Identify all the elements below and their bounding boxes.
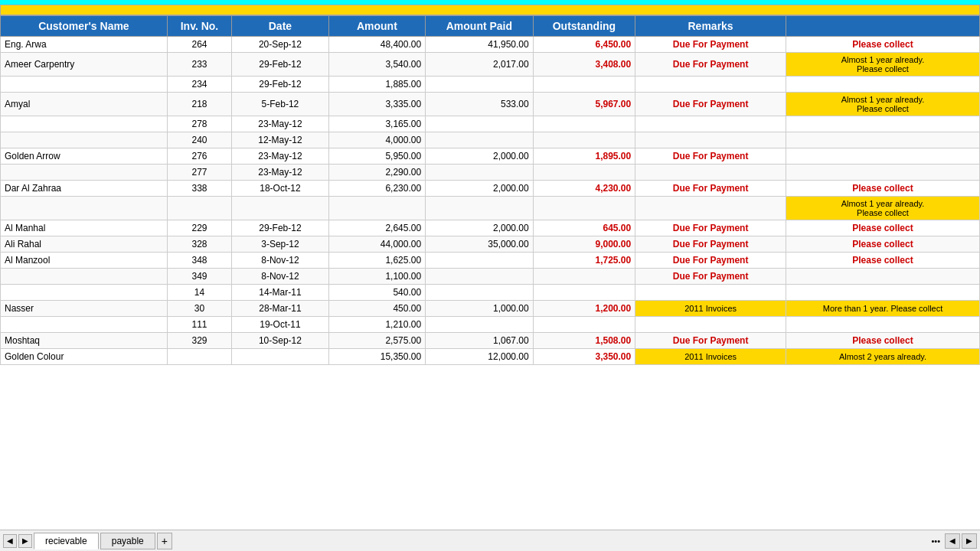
table-cell: 9,000.00 bbox=[533, 236, 635, 253]
table-cell bbox=[426, 165, 534, 181]
table-cell: 6,230.00 bbox=[328, 181, 425, 197]
table-cell: 5-Feb-12 bbox=[232, 93, 328, 116]
table-cell: 1,067.00 bbox=[426, 333, 534, 349]
table-cell: 5,950.00 bbox=[328, 148, 425, 165]
scroll-dots: ••• bbox=[931, 536, 940, 546]
table-cell: 29-Feb-12 bbox=[232, 220, 328, 236]
table-cell: 10-Sep-12 bbox=[232, 333, 328, 349]
table-cell: Please collect bbox=[786, 333, 979, 349]
table-cell bbox=[533, 77, 635, 93]
table-cell bbox=[1, 116, 168, 132]
table-cell: 41,950.00 bbox=[426, 37, 534, 53]
table-cell bbox=[1, 285, 168, 301]
table-cell bbox=[635, 116, 786, 132]
table-cell: 30 bbox=[167, 301, 231, 317]
tab-payable[interactable]: payable bbox=[100, 533, 155, 549]
table-cell: Due For Payment bbox=[635, 53, 786, 77]
table-cell: 218 bbox=[167, 93, 231, 116]
table-cell bbox=[167, 349, 231, 365]
table-cell: 6,450.00 bbox=[533, 37, 635, 53]
table-cell: 48,400.00 bbox=[328, 37, 425, 53]
table-cell: 3-Sep-12 bbox=[232, 236, 328, 253]
table-cell bbox=[533, 285, 635, 301]
table-cell: More than 1 year. Please collect bbox=[786, 301, 979, 317]
table-cell: 2,290.00 bbox=[328, 165, 425, 181]
table-cell: 240 bbox=[167, 132, 231, 148]
table-cell: Moshtaq bbox=[1, 333, 168, 349]
summary-header bbox=[0, 5, 980, 15]
table-cell: Due For Payment bbox=[635, 148, 786, 165]
table-cell: Al Manhal bbox=[1, 220, 168, 236]
table-cell: 2,000.00 bbox=[426, 148, 534, 165]
table-cell: 28-Mar-11 bbox=[232, 301, 328, 317]
table-cell bbox=[232, 197, 328, 220]
table-row: 3498-Nov-121,100.00Due For Payment bbox=[1, 269, 980, 285]
table-cell bbox=[786, 165, 979, 181]
table-container: Customer's Name Inv. No. Date Amount Amo… bbox=[0, 5, 980, 365]
table-row: 11119-Oct-111,210.00 bbox=[1, 317, 980, 333]
scroll-right-btn[interactable]: ▶ bbox=[962, 533, 977, 549]
table-cell bbox=[635, 132, 786, 148]
table-cell: 2,575.00 bbox=[328, 333, 425, 349]
table-cell: 234 bbox=[167, 77, 231, 93]
table-cell: 2,017.00 bbox=[426, 53, 534, 77]
table-cell: 540.00 bbox=[328, 285, 425, 301]
table-cell: Amyal bbox=[1, 93, 168, 116]
table-cell: Please collect bbox=[786, 253, 979, 269]
table-cell bbox=[1, 197, 168, 220]
table-cell bbox=[426, 253, 534, 269]
table-cell bbox=[786, 132, 979, 148]
table-cell: Dar Al Zahraa bbox=[1, 181, 168, 197]
table-cell: 4,230.00 bbox=[533, 181, 635, 197]
table-cell: Please collect bbox=[786, 37, 979, 53]
table-cell bbox=[533, 197, 635, 220]
table-cell: 5,967.00 bbox=[533, 93, 635, 116]
table-cell bbox=[426, 317, 534, 333]
table-cell: 29-Feb-12 bbox=[232, 77, 328, 93]
table-row: Golden Colour15,350.0012,000.003,350.002… bbox=[1, 349, 980, 365]
table-cell: 14 bbox=[167, 285, 231, 301]
table-row: Moshtaq32910-Sep-122,575.001,067.001,508… bbox=[1, 333, 980, 349]
table-cell: 278 bbox=[167, 116, 231, 132]
receivables-table: Customer's Name Inv. No. Date Amount Amo… bbox=[0, 15, 980, 365]
table-cell: 35,000.00 bbox=[426, 236, 534, 253]
table-cell: 20-Sep-12 bbox=[232, 37, 328, 53]
table-cell bbox=[533, 269, 635, 285]
table-row: 27723-May-122,290.00 bbox=[1, 165, 980, 181]
table-cell: 1,885.00 bbox=[328, 77, 425, 93]
table-cell: Ameer Carpentry bbox=[1, 53, 168, 77]
table-cell: 8-Nov-12 bbox=[232, 253, 328, 269]
table-cell bbox=[426, 197, 534, 220]
table-cell bbox=[635, 317, 786, 333]
table-cell: Due For Payment bbox=[635, 220, 786, 236]
table-cell bbox=[328, 197, 425, 220]
table-cell bbox=[786, 317, 979, 333]
table-cell bbox=[533, 116, 635, 132]
tab-add-button[interactable]: + bbox=[157, 533, 172, 549]
table-cell bbox=[635, 165, 786, 181]
table-cell bbox=[426, 77, 534, 93]
table-cell: 23-May-12 bbox=[232, 148, 328, 165]
table-row: Al Manzool3488-Nov-121,625.001,725.00Due… bbox=[1, 253, 980, 269]
table-cell: Almost 1 year already. Please collect bbox=[786, 53, 979, 77]
table-cell: 2,000.00 bbox=[426, 220, 534, 236]
table-cell: 2,645.00 bbox=[328, 220, 425, 236]
table-cell: Due For Payment bbox=[635, 269, 786, 285]
tab-recievable[interactable]: recievable bbox=[34, 533, 99, 549]
tab-nav-left[interactable]: ◀ bbox=[3, 534, 17, 548]
table-cell: 19-Oct-11 bbox=[232, 317, 328, 333]
col-paid: Amount Paid bbox=[426, 16, 534, 37]
table-cell: Due For Payment bbox=[635, 333, 786, 349]
table-cell: 8-Nov-12 bbox=[232, 269, 328, 285]
table-cell: 1,725.00 bbox=[533, 253, 635, 269]
tab-bar: ◀ ▶ recievable payable + ••• ◀ ▶ bbox=[0, 530, 980, 551]
table-cell: 1,100.00 bbox=[328, 269, 425, 285]
table-cell: 3,350.00 bbox=[533, 349, 635, 365]
table-cell: 1,000.00 bbox=[426, 301, 534, 317]
scroll-left-btn[interactable]: ◀ bbox=[945, 533, 960, 549]
table-cell: 328 bbox=[167, 236, 231, 253]
table-cell: 533.00 bbox=[426, 93, 534, 116]
table-cell bbox=[1, 165, 168, 181]
table-cell: 2011 Invoices bbox=[635, 349, 786, 365]
tab-nav-right[interactable]: ▶ bbox=[18, 534, 32, 548]
